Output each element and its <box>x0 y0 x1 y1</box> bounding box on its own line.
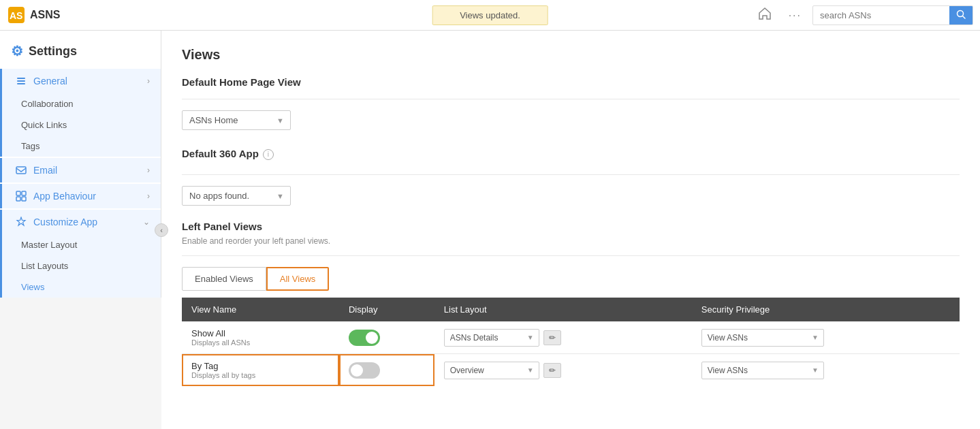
svg-rect-7 <box>16 167 26 174</box>
sidebar: ⚙ Settings General <box>0 31 161 298</box>
svg-text:AS: AS <box>10 10 22 21</box>
sidebar-item-general-label: General <box>33 76 67 86</box>
svg-rect-5 <box>17 80 25 82</box>
section-default-home: Default Home Page View ASNs Home Overvie… <box>182 76 960 130</box>
display-cell-2 <box>339 354 434 387</box>
sidebar-item-views[interactable]: Views <box>2 276 161 298</box>
sidebar-item-customize-app[interactable]: Customize App ⌄ <box>2 210 161 234</box>
main-content: Views Default Home Page View ASNs Home O… <box>161 31 980 429</box>
app-behaviour-chevron-icon: › <box>147 191 150 201</box>
view-name-cell-2: By Tag Displays all by tags <box>182 354 339 387</box>
more-button[interactable]: ··· <box>783 5 807 25</box>
app-logo: AS ASNS <box>7 5 60 25</box>
sidebar-item-list-layouts[interactable]: List Layouts <box>2 255 161 276</box>
email-icon <box>13 165 29 176</box>
list-layout-edit-button-1[interactable]: ✏ <box>543 330 561 345</box>
views-table: View Name Display List Layout Security P… <box>182 298 960 386</box>
sidebar-item-tags[interactable]: Tags <box>2 136 161 157</box>
layout: ⚙ Settings General <box>0 31 980 429</box>
security-cell-1: View ASNs Edit ASNs Admin ▼ <box>692 321 960 354</box>
sidebar-item-email-label: Email <box>33 165 57 176</box>
security-dropdown-2[interactable]: View ASNs Edit ASNs Admin <box>701 362 824 379</box>
col-display: Display <box>339 298 434 321</box>
general-chevron-icon: › <box>147 76 150 86</box>
security-dropdown-wrap-2: View ASNs Edit ASNs Admin ▼ <box>701 362 824 379</box>
section2-title: Default 360 App <box>182 148 259 159</box>
app-name: ASNS <box>30 9 60 21</box>
list-layout-dropdown-wrap-1: ASNs Details Overview Default ▼ <box>444 329 539 347</box>
search-button[interactable] <box>949 6 973 25</box>
svg-line-3 <box>962 16 965 18</box>
col-view-name: View Name <box>182 298 339 321</box>
view-name-cell-1: Show All Displays all ASNs <box>182 321 339 354</box>
sidebar-section-general: General › Collaboration Quick Links Tags <box>0 69 161 157</box>
sidebar-item-general[interactable]: General › <box>2 69 161 93</box>
section-default-360: Default 360 App i No apps found. ▼ <box>182 145 960 206</box>
topbar-right: ··· <box>752 3 973 27</box>
sidebar-item-customize-app-label: Customize App <box>33 217 97 227</box>
col-list-layout: List Layout <box>434 298 692 321</box>
info-icon: i <box>263 149 274 160</box>
app-360-dropdown[interactable]: No apps found. <box>182 186 291 206</box>
email-chevron-icon: › <box>147 165 150 175</box>
sidebar-section-customize-app: Customize App ⌄ Master Layout List Layou… <box>0 210 161 298</box>
table-row: By Tag Displays all by tags <box>182 354 960 387</box>
display-toggle-1[interactable] <box>349 330 380 346</box>
section3-title: Left Panel Views <box>182 221 960 232</box>
tabs-row: Enabled Views All Views <box>182 267 960 291</box>
view-name-secondary-1: Displays all ASNs <box>191 338 330 347</box>
app-360-dropdown-wrapper: No apps found. ▼ <box>182 186 291 206</box>
sidebar-collapse-handle[interactable]: ‹ <box>155 223 168 237</box>
display-toggle-2[interactable] <box>349 362 380 379</box>
list-layout-edit-button-2[interactable]: ✏ <box>543 363 561 378</box>
tab-all-views[interactable]: All Views <box>266 267 330 291</box>
list-layout-dropdown-1[interactable]: ASNs Details Overview Default <box>444 329 539 347</box>
sidebar-item-email[interactable]: Email › <box>2 158 161 182</box>
svg-rect-9 <box>22 191 26 195</box>
col-security: Security Privilege <box>692 298 960 321</box>
customize-app-chevron-icon: ⌄ <box>143 217 150 227</box>
list-layout-dropdown-wrap-2: Overview ASNs Details Default ▼ <box>444 362 539 379</box>
home-view-dropdown-wrapper: ASNs Home Overview By Tag ▼ <box>182 110 291 130</box>
page-title: Views <box>182 47 960 63</box>
search-box <box>812 5 973 25</box>
topbar: AS ASNS Views updated. ··· <box>0 0 980 31</box>
divider-2 <box>182 174 960 175</box>
notification-text: Views updated. <box>460 10 520 20</box>
svg-rect-4 <box>17 78 25 79</box>
svg-rect-11 <box>22 197 26 201</box>
svg-rect-8 <box>16 191 20 195</box>
security-dropdown-1[interactable]: View ASNs Edit ASNs Admin <box>701 329 824 347</box>
svg-rect-10 <box>16 197 20 201</box>
sidebar-item-collaboration[interactable]: Collaboration <box>2 93 161 114</box>
customize-app-icon <box>13 217 29 227</box>
list-layout-cell-2: Overview ASNs Details Default ▼ ✏ <box>434 354 692 387</box>
settings-gear-icon: ⚙ <box>11 43 23 59</box>
security-cell-2: View ASNs Edit ASNs Admin ▼ <box>692 354 960 387</box>
search-input[interactable] <box>813 7 949 24</box>
notification-bar: Views updated. <box>432 5 548 25</box>
section-left-panel: Left Panel Views Enable and reorder your… <box>182 221 960 386</box>
security-dropdown-wrap-1: View ASNs Edit ASNs Admin ▼ <box>701 329 824 347</box>
display-cell-1 <box>339 321 434 354</box>
sidebar-section-email: Email › <box>0 158 161 182</box>
sidebar-item-quick-links[interactable]: Quick Links <box>2 114 161 136</box>
tab-enabled-views[interactable]: Enabled Views <box>182 267 266 291</box>
sidebar-item-app-behaviour[interactable]: App Behaviour › <box>2 184 161 208</box>
view-name-secondary-2: Displays all by tags <box>191 371 330 379</box>
home-button[interactable] <box>752 3 778 27</box>
sidebar-wrapper: ⚙ Settings General <box>0 31 161 429</box>
list-layout-cell-1: ASNs Details Overview Default ▼ ✏ <box>434 321 692 354</box>
sidebar-section-app-behaviour: App Behaviour › <box>0 184 161 208</box>
view-name-primary-1: Show All <box>191 328 330 338</box>
table-header-row: View Name Display List Layout Security P… <box>182 298 960 321</box>
home-view-dropdown[interactable]: ASNs Home Overview By Tag <box>182 110 291 130</box>
divider-3 <box>182 255 960 256</box>
settings-header: ⚙ Settings <box>0 31 161 69</box>
list-layout-dropdown-2[interactable]: Overview ASNs Details Default <box>444 362 539 379</box>
section3-description: Enable and reorder your left panel views… <box>182 236 960 246</box>
sidebar-item-master-layout[interactable]: Master Layout <box>2 234 161 255</box>
section1-title: Default Home Page View <box>182 76 960 88</box>
table-row: Show All Displays all ASNs <box>182 321 960 354</box>
sidebar-item-app-behaviour-label: App Behaviour <box>33 191 96 202</box>
